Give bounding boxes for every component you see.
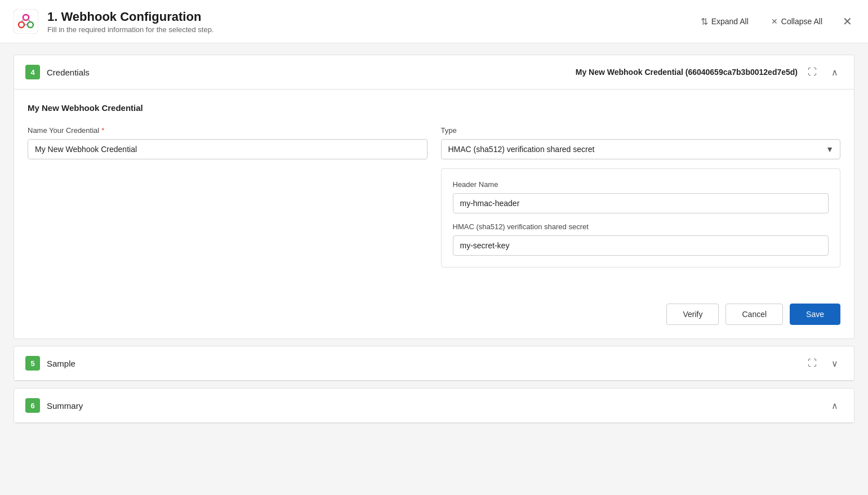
fullscreen-button-4[interactable]: ⛶ <box>804 64 820 80</box>
secret-group: HMAC (sha512) verification shared secret <box>453 222 829 256</box>
step-badge-5: 5 <box>25 356 40 371</box>
header-name-input[interactable] <box>453 193 829 213</box>
name-label: Name Your Credential * <box>28 126 428 135</box>
collapse-all-button[interactable]: Collapse All <box>767 15 827 28</box>
collapse-section-4-button[interactable]: ∧ <box>827 64 843 80</box>
header: 1. Webhook Configuration Fill in the req… <box>0 0 868 43</box>
logo-icon <box>14 9 38 34</box>
summary-title: Summary <box>47 401 83 411</box>
expand-all-label: Expand All <box>711 17 749 26</box>
sample-section: 5 Sample ⛶ ∨ <box>14 346 854 381</box>
header-actions: Expand All Collapse All ✕ <box>696 12 854 30</box>
form-col-type: Type HMAC (sha512) verification shared s… <box>441 126 841 267</box>
credential-name-input[interactable] <box>28 139 428 159</box>
header-left: 1. Webhook Configuration Fill in the req… <box>14 9 214 34</box>
credential-form-heading: My New Webhook Credential <box>28 103 840 113</box>
close-button[interactable]: ✕ <box>840 12 854 30</box>
sub-form-box: Header Name HMAC (sha512) verification s… <box>441 168 841 267</box>
secret-label: HMAC (sha512) verification shared secret <box>453 222 829 231</box>
credentials-form-body: My New Webhook Credential Name Your Cred… <box>14 90 854 292</box>
credential-display: My New Webhook Credential (66040659ca7b3… <box>576 68 798 77</box>
step-badge-6: 6 <box>25 398 40 413</box>
fullscreen-icon-5: ⛶ <box>808 358 817 368</box>
page-title: 1. Webhook Configuration <box>47 10 214 24</box>
summary-section: 6 Summary ∧ <box>14 388 854 423</box>
credentials-title: Credentials <box>47 68 90 77</box>
form-col-name: Name Your Credential * <box>28 126 428 267</box>
page-subtitle: Fill in the required information for the… <box>47 25 214 34</box>
expand-icon <box>701 16 708 27</box>
chevron-up-icon: ∧ <box>831 67 838 78</box>
fullscreen-button-5[interactable]: ⛶ <box>804 355 820 371</box>
sample-title: Sample <box>47 359 75 368</box>
header-name-label: Header Name <box>453 180 829 189</box>
credentials-section-header[interactable]: 4 Credentials My New Webhook Credential … <box>14 55 854 90</box>
fullscreen-icon: ⛶ <box>808 67 817 77</box>
section-header-left: 4 Credentials <box>25 65 90 79</box>
save-button[interactable]: Save <box>790 304 840 325</box>
section-header-right: My New Webhook Credential (66040659ca7b3… <box>576 64 843 80</box>
page-wrapper: 1. Webhook Configuration Fill in the req… <box>0 0 868 495</box>
chevron-up-icon-6: ∧ <box>831 400 838 411</box>
verify-button[interactable]: Verify <box>666 304 719 325</box>
form-row-name-type: Name Your Credential * Type HMAC (sha512… <box>28 126 840 267</box>
credentials-action-row: Verify Cancel Save <box>14 292 854 338</box>
collapse-icon <box>771 17 778 26</box>
section-5-header-left: 5 Sample <box>25 356 75 371</box>
cancel-button[interactable]: Cancel <box>725 304 783 325</box>
header-title-block: 1. Webhook Configuration Fill in the req… <box>47 10 214 34</box>
summary-section-header[interactable]: 6 Summary ∧ <box>14 389 854 423</box>
type-label: Type <box>441 126 841 135</box>
sample-section-header[interactable]: 5 Sample ⛶ ∨ <box>14 346 854 381</box>
svg-rect-0 <box>14 9 38 34</box>
main-content: 4 Credentials My New Webhook Credential … <box>0 43 868 435</box>
section-5-header-right: ⛶ ∨ <box>804 355 843 371</box>
expand-all-button[interactable]: Expand All <box>696 14 753 29</box>
section-6-header-left: 6 Summary <box>25 398 83 413</box>
type-select[interactable]: HMAC (sha512) verification shared secret… <box>441 139 841 159</box>
chevron-down-icon-5: ∨ <box>831 358 838 369</box>
expand-section-5-button[interactable]: ∨ <box>827 355 843 371</box>
secret-input[interactable] <box>453 235 829 256</box>
required-star: * <box>101 126 104 135</box>
header-name-group: Header Name <box>453 180 829 213</box>
section-6-header-right: ∧ <box>827 398 843 413</box>
collapse-all-label: Collapse All <box>781 17 822 26</box>
collapse-section-6-button[interactable]: ∧ <box>827 398 843 413</box>
credentials-section: 4 Credentials My New Webhook Credential … <box>14 55 854 339</box>
step-badge-4: 4 <box>25 65 40 79</box>
type-select-wrapper: HMAC (sha512) verification shared secret… <box>441 139 841 159</box>
